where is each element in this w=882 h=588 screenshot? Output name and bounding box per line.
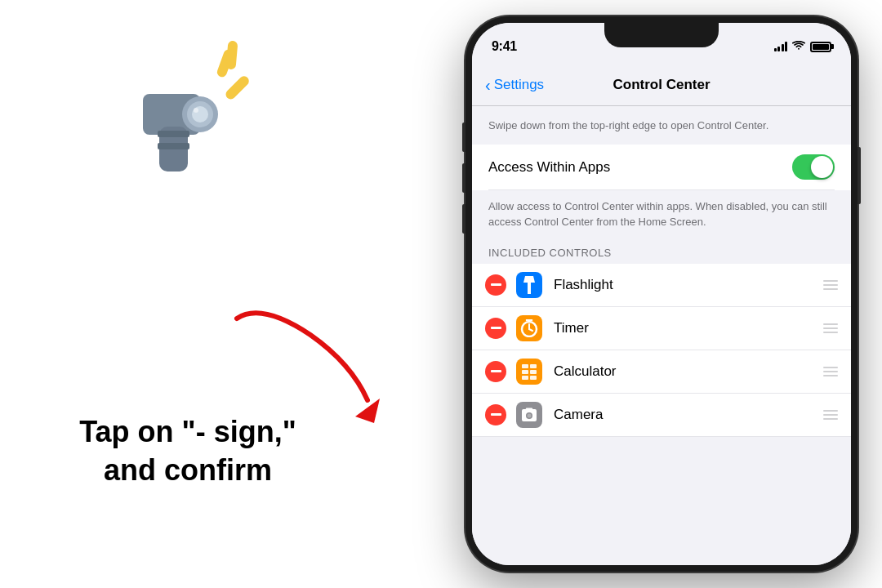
instruction-text: Tap on "- sign," and confirm (24, 413, 351, 490)
nav-bar: ‹ Settings Control Center (472, 64, 851, 106)
calculator-label: Calculator (554, 363, 823, 380)
controls-section-header: INCLUDED CONTROLS (472, 242, 851, 264)
controls-list: Flashlight (472, 264, 851, 437)
timer-control-row[interactable]: Timer (472, 307, 851, 350)
calculator-control-row[interactable]: Calculator (472, 350, 851, 394)
flashlight-label: Flashlight (554, 277, 823, 293)
timer-label: Timer (554, 320, 823, 336)
status-icons (774, 41, 832, 53)
notch (604, 23, 719, 47)
iphone-mockup: 9:41 (466, 16, 858, 572)
toggle-description-text: Allow access to Control Center within ap… (488, 200, 827, 228)
svg-rect-5 (158, 131, 189, 137)
left-panel: Tap on "- sign," and confirm (0, 0, 376, 588)
toggle-label: Access Within Apps (488, 159, 610, 176)
battery-icon (810, 42, 831, 52)
camera-drag-handle[interactable] (823, 410, 838, 420)
svg-point-23 (528, 413, 532, 417)
calculator-remove-button[interactable] (485, 361, 506, 382)
timer-app-icon (516, 315, 542, 341)
nav-title: Control Center (613, 77, 710, 93)
content-area: Swipe down from the top-right edge to op… (472, 106, 851, 565)
flashlight-remove-button[interactable] (485, 274, 506, 296)
description-section: Swipe down from the top-right edge to op… (472, 106, 851, 145)
svg-rect-17 (530, 364, 537, 368)
chevron-left-icon: ‹ (485, 77, 491, 93)
camera-control-row[interactable]: Camera (472, 394, 851, 437)
camera-remove-button[interactable] (485, 404, 506, 425)
svg-rect-21 (530, 376, 537, 380)
nav-back-button[interactable]: ‹ Settings (485, 77, 544, 93)
calculator-app-icon (516, 359, 542, 385)
camera-app-icon (516, 402, 542, 428)
flashlight-illustration (106, 33, 270, 180)
svg-point-10 (194, 108, 198, 113)
svg-rect-19 (530, 370, 537, 374)
svg-rect-20 (522, 376, 528, 380)
access-within-apps-toggle[interactable] (792, 154, 835, 180)
calculator-drag-handle[interactable] (823, 367, 838, 376)
flashlight-app-icon (516, 272, 542, 298)
back-label: Settings (494, 77, 544, 93)
access-within-apps-row[interactable]: Access Within Apps (488, 145, 835, 190)
flashlight-control-row[interactable]: Flashlight (472, 264, 851, 307)
flashlight-drag-handle[interactable] (823, 280, 838, 290)
arrow-icon (212, 302, 392, 425)
status-time: 9:41 (492, 39, 517, 54)
svg-rect-16 (522, 364, 528, 368)
svg-rect-18 (522, 370, 528, 374)
toggle-description-section: Allow access to Control Center within ap… (472, 190, 851, 241)
svg-rect-1 (224, 74, 251, 101)
signal-icon (774, 42, 788, 51)
camera-label: Camera (554, 407, 823, 423)
wifi-icon (792, 41, 805, 53)
toggle-knob (811, 156, 833, 178)
svg-rect-2 (225, 41, 238, 70)
description-text: Swipe down from the top-right edge to op… (488, 119, 768, 131)
svg-rect-6 (158, 143, 189, 149)
timer-remove-button[interactable] (485, 318, 506, 339)
toggle-section: Access Within Apps (472, 145, 851, 190)
timer-drag-handle[interactable] (823, 323, 838, 333)
svg-line-14 (529, 329, 532, 331)
